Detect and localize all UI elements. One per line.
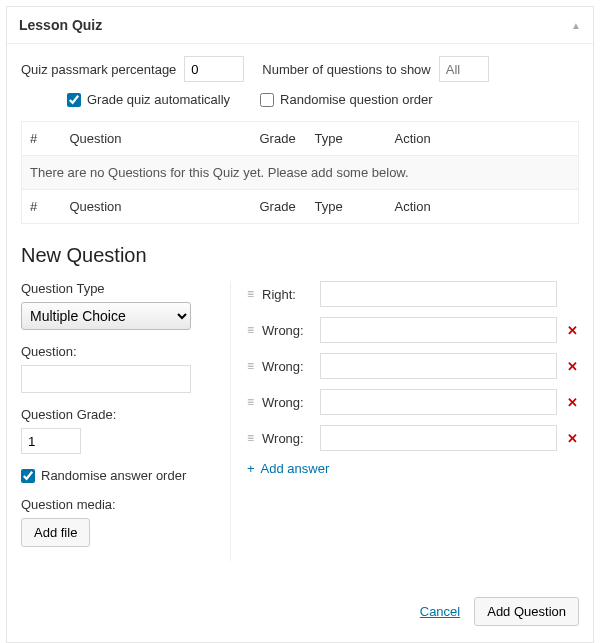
drag-handle-icon[interactable]: ≡ (247, 288, 254, 300)
answer-row: ≡Wrong:✕ (247, 353, 579, 379)
randomise-field[interactable]: Randomise question order (260, 92, 432, 107)
answers-container: ≡Right:≡Wrong:✕≡Wrong:✕≡Wrong:✕≡Wrong:✕ (247, 281, 579, 451)
col-action: Action (387, 122, 579, 156)
passmark-field: Quiz passmark percentage (21, 56, 244, 82)
answer-label: Wrong: (262, 395, 312, 410)
answer-label: Wrong: (262, 359, 312, 374)
num-questions-input[interactable] (439, 56, 489, 82)
question-type-select[interactable]: Multiple Choice (21, 302, 191, 330)
remove-answer-icon[interactable]: ✕ (565, 359, 579, 374)
col-grade-f: Grade (252, 190, 307, 224)
randomise-answer-block: Randomise answer order (21, 468, 212, 483)
settings-row: Quiz passmark percentage Number of quest… (21, 56, 579, 82)
remove-answer-icon[interactable]: ✕ (565, 395, 579, 410)
panel-title: Lesson Quiz (19, 17, 102, 33)
question-media-block: Question media: Add file (21, 497, 212, 547)
answer-label: Right: (262, 287, 312, 302)
remove-answer-icon[interactable]: ✕ (565, 431, 579, 446)
answer-input[interactable] (320, 425, 557, 451)
form-right-column: ≡Right:≡Wrong:✕≡Wrong:✕≡Wrong:✕≡Wrong:✕ … (241, 281, 579, 561)
passmark-label: Quiz passmark percentage (21, 62, 176, 77)
randomise-label: Randomise question order (280, 92, 432, 107)
add-answer-button[interactable]: + Add answer (247, 461, 579, 476)
answer-row: ≡Right: (247, 281, 579, 307)
drag-handle-icon[interactable]: ≡ (247, 360, 254, 372)
add-answer-label: Add answer (261, 461, 330, 476)
add-file-button[interactable]: Add file (21, 518, 90, 547)
answer-row: ≡Wrong:✕ (247, 389, 579, 415)
question-media-label: Question media: (21, 497, 212, 512)
answer-input[interactable] (320, 317, 557, 343)
randomise-checkbox[interactable] (260, 93, 274, 107)
plus-icon: + (247, 461, 255, 476)
table-empty-message: There are no Questions for this Quiz yet… (22, 156, 579, 190)
question-type-label: Question Type (21, 281, 212, 296)
grade-auto-field[interactable]: Grade quiz automatically (67, 92, 230, 107)
answer-label: Wrong: (262, 323, 312, 338)
cancel-link[interactable]: Cancel (420, 604, 460, 619)
new-question-form: Question Type Multiple Choice Question: … (21, 281, 579, 561)
drag-handle-icon[interactable]: ≡ (247, 324, 254, 336)
question-grade-input[interactable] (21, 428, 81, 454)
col-num-f: # (22, 190, 62, 224)
answer-row: ≡Wrong:✕ (247, 425, 579, 451)
col-num: # (22, 122, 62, 156)
panel-header: Lesson Quiz ▲ (7, 7, 593, 44)
question-text-label: Question: (21, 344, 212, 359)
randomise-answer-field[interactable]: Randomise answer order (21, 468, 212, 483)
lesson-quiz-panel: Lesson Quiz ▲ Quiz passmark percentage N… (6, 6, 594, 643)
col-type: Type (307, 122, 387, 156)
col-action-f: Action (387, 190, 579, 224)
answer-input[interactable] (320, 281, 557, 307)
grade-auto-checkbox[interactable] (67, 93, 81, 107)
drag-handle-icon[interactable]: ≡ (247, 396, 254, 408)
form-actions: Cancel Add Question (21, 597, 579, 626)
answer-label: Wrong: (262, 431, 312, 446)
col-type-f: Type (307, 190, 387, 224)
question-type-block: Question Type Multiple Choice (21, 281, 212, 330)
table-empty-row: There are no Questions for this Quiz yet… (22, 156, 579, 190)
table-foot-row: # Question Grade Type Action (22, 190, 579, 224)
randomise-answer-checkbox[interactable] (21, 469, 35, 483)
table-head-row: # Question Grade Type Action (22, 122, 579, 156)
passmark-input[interactable] (184, 56, 244, 82)
remove-answer-icon[interactable]: ✕ (565, 323, 579, 338)
add-question-button[interactable]: Add Question (474, 597, 579, 626)
form-left-column: Question Type Multiple Choice Question: … (21, 281, 231, 561)
drag-handle-icon[interactable]: ≡ (247, 432, 254, 444)
collapse-icon[interactable]: ▲ (571, 20, 581, 31)
col-question: Question (62, 122, 252, 156)
question-text-block: Question: (21, 344, 212, 393)
questions-table: # Question Grade Type Action There are n… (21, 121, 579, 224)
question-grade-label: Question Grade: (21, 407, 212, 422)
answer-input[interactable] (320, 389, 557, 415)
answer-row: ≡Wrong:✕ (247, 317, 579, 343)
new-question-heading: New Question (21, 244, 579, 267)
num-questions-label: Number of questions to show (262, 62, 430, 77)
settings-checkboxes: Grade quiz automatically Randomise quest… (67, 92, 579, 107)
randomise-answer-label: Randomise answer order (41, 468, 186, 483)
grade-auto-label: Grade quiz automatically (87, 92, 230, 107)
question-text-input[interactable] (21, 365, 191, 393)
panel-body: Quiz passmark percentage Number of quest… (7, 44, 593, 642)
col-question-f: Question (62, 190, 252, 224)
question-grade-block: Question Grade: (21, 407, 212, 454)
answer-input[interactable] (320, 353, 557, 379)
num-questions-field: Number of questions to show (262, 56, 488, 82)
col-grade: Grade (252, 122, 307, 156)
